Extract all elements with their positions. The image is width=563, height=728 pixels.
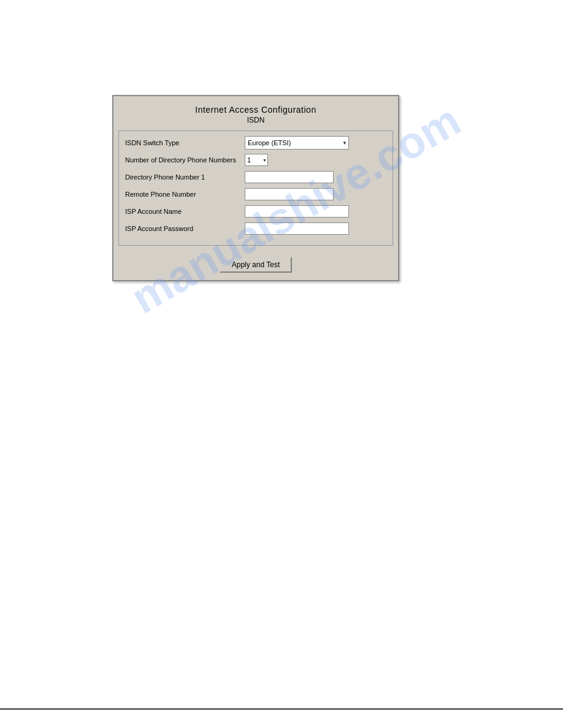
num-directory-numbers-select[interactable]: 1 2 <box>245 154 268 166</box>
isdn-switch-type-select[interactable]: Europe (ETSI) AT&T 5ESS NT DMS-100 Natio… <box>245 136 349 150</box>
isdn-switch-type-row: ISDN Switch Type Europe (ETSI) AT&T 5ESS… <box>125 136 386 150</box>
isdn-switch-type-label: ISDN Switch Type <box>125 139 245 146</box>
isdn-switch-type-wrapper[interactable]: Europe (ETSI) AT&T 5ESS NT DMS-100 Natio… <box>245 136 349 150</box>
dialog-subtitle: ISDN <box>120 116 392 124</box>
remote-phone-label: Remote Phone Number <box>125 191 245 198</box>
isp-account-name-control <box>245 205 386 218</box>
directory-phone-1-control <box>245 171 386 183</box>
isp-account-password-input[interactable] <box>245 222 349 235</box>
isp-account-password-row: ISP Account Password <box>125 222 386 235</box>
isp-account-name-label: ISP Account Name <box>125 208 245 215</box>
isp-account-password-label: ISP Account Password <box>125 225 245 232</box>
remote-phone-control <box>245 188 386 200</box>
isp-account-name-input[interactable] <box>245 205 349 218</box>
num-directory-numbers-wrapper[interactable]: 1 2 <box>245 154 268 166</box>
remote-phone-row: Remote Phone Number <box>125 188 386 201</box>
directory-phone-1-row: Directory Phone Number 1 <box>125 170 386 184</box>
directory-phone-1-label: Directory Phone Number 1 <box>125 173 245 181</box>
bottom-line <box>0 708 563 710</box>
num-directory-numbers-row: Number of Directory Phone Numbers 1 2 <box>125 153 386 167</box>
isp-account-name-row: ISP Account Name <box>125 205 386 218</box>
dialog-title: Internet Access Configuration <box>120 105 392 115</box>
isp-account-password-control <box>245 222 386 235</box>
button-row: Apply and Test <box>113 251 398 280</box>
num-directory-numbers-label: Number of Directory Phone Numbers <box>125 156 245 164</box>
form-panel: ISDN Switch Type Europe (ETSI) AT&T 5ESS… <box>118 131 393 246</box>
isdn-switch-type-control: Europe (ETSI) AT&T 5ESS NT DMS-100 Natio… <box>245 136 386 150</box>
dialog-title-area: Internet Access Configuration ISDN <box>113 96 398 127</box>
directory-phone-1-input[interactable] <box>245 171 334 183</box>
page-container: Internet Access Configuration ISDN ISDN … <box>0 0 563 728</box>
apply-and-test-button[interactable]: Apply and Test <box>220 257 293 273</box>
num-directory-numbers-control: 1 2 <box>245 154 386 166</box>
remote-phone-input[interactable] <box>245 188 334 200</box>
dialog-window: Internet Access Configuration ISDN ISDN … <box>112 95 399 281</box>
